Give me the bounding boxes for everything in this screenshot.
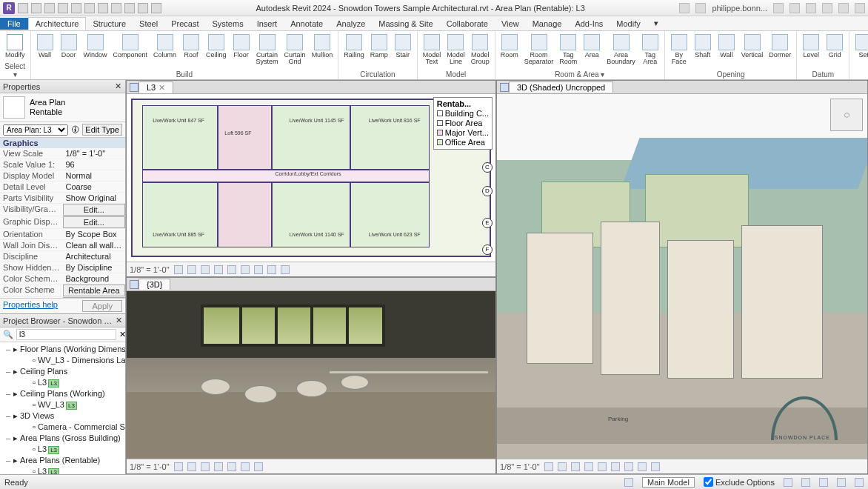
file-menu[interactable]: File <box>0 18 28 30</box>
browser-close-icon[interactable]: ✕ <box>116 316 122 325</box>
tab-close-icon[interactable]: ✕ <box>158 83 165 93</box>
ribbon-tab-modify[interactable]: Modify <box>610 18 647 30</box>
drag-elements-icon[interactable] <box>837 478 846 487</box>
ribbon-tab-precast[interactable]: Precast <box>164 18 205 30</box>
crop-icon[interactable] <box>241 462 250 471</box>
align-icon[interactable] <box>111 3 121 13</box>
render-icon[interactable] <box>227 462 236 471</box>
crop-region-icon[interactable] <box>624 462 633 471</box>
view-cube[interactable]: ⬡ <box>830 99 863 131</box>
undo-icon[interactable] <box>58 3 68 13</box>
property-value[interactable]: Normal <box>63 170 126 181</box>
property-value[interactable]: By Discipline <box>63 262 126 273</box>
tag-room-button[interactable]: Tag Room <box>557 33 579 67</box>
ribbon-tab-structure[interactable]: Structure <box>86 18 133 30</box>
level-button[interactable]: Level <box>800 33 822 60</box>
favorites-icon[interactable] <box>773 3 784 13</box>
help-icon[interactable] <box>806 3 816 13</box>
property-value[interactable]: Background <box>63 273 126 284</box>
ribbon-tab-steel[interactable]: Steel <box>133 18 164 30</box>
exterior-canvas[interactable]: SNOWDON PLACE Parking ⬡ <box>497 94 867 459</box>
model-line-button[interactable]: Model Line <box>444 33 467 67</box>
vertical-button[interactable]: Vertical <box>739 33 766 60</box>
tree-node[interactable]: ▫L3L3 <box>0 377 125 388</box>
main-model-selector[interactable]: Main Model <box>642 477 695 488</box>
interior-canvas[interactable] <box>127 291 495 459</box>
measure-icon[interactable] <box>98 3 108 13</box>
render-icon[interactable] <box>598 462 607 471</box>
print-icon[interactable] <box>84 3 95 13</box>
roof-button[interactable]: Roof <box>180 33 202 60</box>
close-icon[interactable] <box>855 3 865 13</box>
tree-twisty-icon[interactable]: – <box>6 345 13 353</box>
model-text-button[interactable]: Model Text <box>421 33 444 67</box>
browser-tree[interactable]: –▸Floor Plans (Working Dimensions)▫WV_L3… <box>0 342 125 474</box>
shadows-icon[interactable] <box>214 462 223 471</box>
ribbon-tab-massing-site[interactable]: Massing & Site <box>372 18 439 30</box>
shaft-button[interactable]: Shaft <box>692 33 714 60</box>
properties-help-link[interactable]: Properties help <box>3 300 58 312</box>
tree-node[interactable]: ▫Camera - Commercial Space L3L3 <box>0 422 125 433</box>
tree-twisty-icon[interactable]: – <box>6 367 13 376</box>
temp-hide-icon[interactable] <box>638 462 647 471</box>
tree-node[interactable]: –▸Area Plans (Gross Building) <box>0 433 125 444</box>
plan-view-tab[interactable]: L3 ✕ <box>138 82 173 93</box>
sun-path-icon[interactable] <box>201 265 210 274</box>
crop-region-icon[interactable] <box>241 265 250 274</box>
tree-twisty-icon[interactable]: – <box>6 411 13 420</box>
room-button[interactable]: Room <box>498 33 521 60</box>
area-boundary-button[interactable]: Area Boundary <box>604 33 638 67</box>
door-button[interactable]: Door <box>58 33 80 60</box>
sun-path-icon[interactable] <box>571 462 580 471</box>
column-button[interactable]: Column <box>151 33 178 60</box>
temp-hide-icon[interactable] <box>267 265 276 274</box>
ribbon-tab-annotate[interactable]: Annotate <box>284 18 330 30</box>
tree-node[interactable]: ▫WV_L3 - Dimensions Large ScaleL3 <box>0 355 125 366</box>
model-group-button[interactable]: Model Group <box>469 33 492 67</box>
apply-button[interactable]: Apply <box>82 300 122 312</box>
reveal-icon[interactable] <box>281 265 290 274</box>
property-value[interactable]: 1/8" = 1'-0" <box>63 148 126 159</box>
ribbon-tab-insert[interactable]: Insert <box>250 18 284 30</box>
revit-logo-icon[interactable]: R <box>3 2 15 14</box>
exterior-scale[interactable]: 1/8" = 1'-0" <box>500 462 540 471</box>
tag-area-button[interactable]: Tag Area <box>639 33 661 67</box>
set-button[interactable]: Set <box>852 33 868 60</box>
workset-icon[interactable] <box>624 478 633 487</box>
curtain-system-button[interactable]: Curtain System <box>254 33 281 67</box>
ribbon-tab-collaborate[interactable]: Collaborate <box>440 18 495 30</box>
mullion-button[interactable]: Mullion <box>310 33 335 60</box>
exterior-view-tab[interactable]: 3D (Shaded) Uncropped <box>509 82 613 93</box>
search-clear-icon[interactable]: ✕ <box>119 330 126 339</box>
visual-style-icon[interactable] <box>187 462 196 471</box>
tree-node[interactable]: –▸Area Plans (Rentable) <box>0 455 125 466</box>
tree-node[interactable]: –▸Floor Plans (Working Dimensions) <box>0 344 125 355</box>
tree-node[interactable]: ▫WV_L3L3 <box>0 399 125 410</box>
redo-icon[interactable] <box>71 3 81 13</box>
railing-button[interactable]: Railing <box>341 33 367 60</box>
file-dropdown-icon[interactable]: ▾ <box>647 17 665 30</box>
close-hidden-icon[interactable] <box>138 3 148 13</box>
tree-twisty-icon[interactable]: – <box>6 456 13 465</box>
property-value[interactable]: 96 <box>63 159 126 170</box>
maximize-icon[interactable] <box>838 3 849 13</box>
ribbon-tab-add-ins[interactable]: Add-Ins <box>568 18 610 30</box>
properties-type-selector[interactable]: Area Plan Rentable <box>0 93 125 122</box>
view-icon[interactable] <box>130 83 138 92</box>
ribbon-tab-manage[interactable]: Manage <box>526 18 569 30</box>
property-value[interactable]: By Scope Box <box>63 229 126 239</box>
tree-node[interactable]: –▸Ceiling Plans (Working) <box>0 388 125 399</box>
crop-icon[interactable] <box>227 265 236 274</box>
detail-level-icon[interactable] <box>174 462 183 471</box>
room-separator-button[interactable]: Room Separator <box>522 33 556 67</box>
curtain-grid-button[interactable]: Curtain Grid <box>282 33 308 67</box>
component-button[interactable]: Component <box>111 33 150 60</box>
user-name[interactable]: philippe.bonn... <box>712 4 767 13</box>
grid-button[interactable]: Grid <box>824 33 846 60</box>
visual-style-icon[interactable] <box>187 265 196 274</box>
select-links-icon[interactable] <box>784 478 792 487</box>
window-button[interactable]: Window <box>81 33 110 60</box>
tree-twisty-icon[interactable]: – <box>6 433 13 442</box>
edit-type-button[interactable]: Edit Type <box>82 124 122 136</box>
detail-level-icon[interactable] <box>174 265 183 274</box>
